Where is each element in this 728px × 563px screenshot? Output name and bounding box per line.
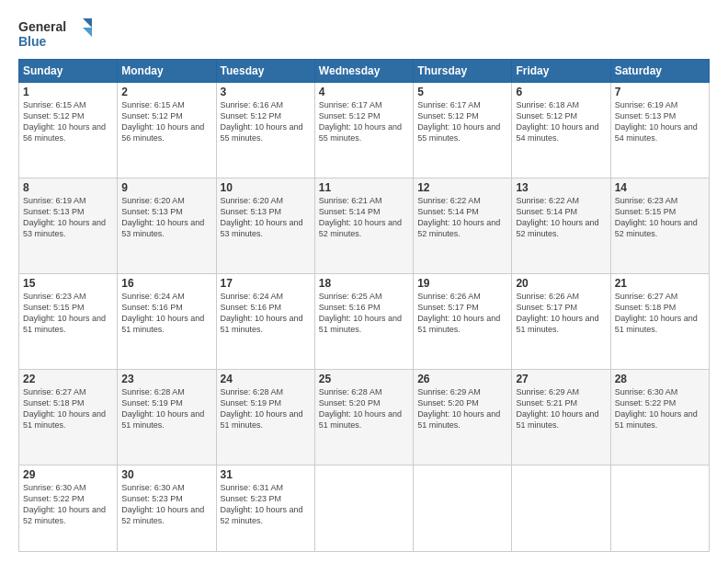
day-info: Sunrise: 6:22 AMSunset: 5:14 PMDaylight:… — [417, 196, 500, 238]
day-info: Sunrise: 6:27 AMSunset: 5:18 PMDaylight:… — [23, 387, 106, 430]
week-row-4: 22 Sunrise: 6:27 AMSunset: 5:18 PMDaylig… — [19, 369, 710, 465]
page: General Blue SundayMondayTuesdayWednesda… — [0, 0, 728, 563]
day-info: Sunrise: 6:27 AMSunset: 5:18 PMDaylight:… — [615, 292, 698, 334]
day-number: 15 — [23, 277, 113, 290]
calendar-cell: 1 Sunrise: 6:15 AMSunset: 5:12 PMDayligh… — [19, 83, 118, 178]
calendar-cell: 23 Sunrise: 6:28 AMSunset: 5:19 PMDaylig… — [118, 369, 216, 465]
week-row-3: 15 Sunrise: 6:23 AMSunset: 5:15 PMDaylig… — [19, 273, 710, 369]
day-number: 1 — [23, 86, 113, 98]
day-number: 10 — [221, 181, 311, 194]
day-number: 4 — [319, 86, 409, 98]
day-info: Sunrise: 6:18 AMSunset: 5:12 PMDaylight:… — [516, 100, 598, 143]
day-info: Sunrise: 6:29 AMSunset: 5:20 PMDaylight:… — [417, 387, 500, 430]
day-number: 26 — [417, 373, 507, 385]
day-number: 13 — [516, 181, 606, 194]
header-sunday: Sunday — [19, 60, 118, 83]
calendar-cell: 9 Sunrise: 6:20 AMSunset: 5:13 PMDayligh… — [118, 178, 216, 273]
day-number: 31 — [221, 468, 311, 481]
day-number: 9 — [121, 181, 211, 194]
day-info: Sunrise: 6:15 AMSunset: 5:12 PMDaylight:… — [23, 100, 106, 143]
week-row-2: 8 Sunrise: 6:19 AMSunset: 5:13 PMDayligh… — [19, 178, 710, 273]
day-info: Sunrise: 6:25 AMSunset: 5:16 PMDaylight:… — [319, 292, 402, 334]
calendar-cell: 6 Sunrise: 6:18 AMSunset: 5:12 PMDayligh… — [512, 83, 610, 178]
day-info: Sunrise: 6:30 AMSunset: 5:22 PMDaylight:… — [23, 483, 106, 525]
day-info: Sunrise: 6:24 AMSunset: 5:16 PMDaylight:… — [221, 292, 303, 334]
calendar-cell: 30 Sunrise: 6:30 AMSunset: 5:23 PMDaylig… — [118, 465, 216, 551]
calendar-cell: 17 Sunrise: 6:24 AMSunset: 5:16 PMDaylig… — [216, 273, 314, 369]
svg-marker-3 — [83, 28, 92, 37]
day-number: 22 — [23, 373, 113, 385]
day-number: 14 — [615, 181, 705, 194]
calendar-cell — [414, 465, 512, 551]
calendar-cell: 21 Sunrise: 6:27 AMSunset: 5:18 PMDaylig… — [610, 273, 709, 369]
svg-text:Blue: Blue — [18, 34, 47, 49]
calendar-cell: 19 Sunrise: 6:26 AMSunset: 5:17 PMDaylig… — [414, 273, 512, 369]
day-info: Sunrise: 6:21 AMSunset: 5:14 PMDaylight:… — [319, 196, 402, 238]
calendar-cell: 16 Sunrise: 6:24 AMSunset: 5:16 PMDaylig… — [118, 273, 216, 369]
day-number: 25 — [319, 373, 409, 385]
day-info: Sunrise: 6:19 AMSunset: 5:13 PMDaylight:… — [23, 196, 106, 238]
day-number: 3 — [221, 86, 311, 98]
svg-marker-2 — [83, 18, 92, 28]
calendar-cell: 3 Sunrise: 6:16 AMSunset: 5:12 PMDayligh… — [216, 83, 314, 178]
header-friday: Friday — [512, 60, 610, 83]
calendar-cell — [512, 465, 610, 551]
calendar-cell — [610, 465, 709, 551]
calendar-cell — [314, 465, 413, 551]
calendar-cell: 28 Sunrise: 6:30 AMSunset: 5:22 PMDaylig… — [610, 369, 709, 465]
header-saturday: Saturday — [610, 60, 709, 83]
day-info: Sunrise: 6:24 AMSunset: 5:16 PMDaylight:… — [121, 292, 204, 334]
day-number: 8 — [23, 181, 113, 194]
calendar-table: SundayMondayTuesdayWednesdayThursdayFrid… — [18, 59, 710, 552]
day-info: Sunrise: 6:19 AMSunset: 5:13 PMDaylight:… — [615, 100, 698, 143]
day-info: Sunrise: 6:30 AMSunset: 5:22 PMDaylight:… — [615, 387, 698, 430]
day-number: 5 — [417, 86, 507, 98]
header-wednesday: Wednesday — [314, 60, 413, 83]
header-tuesday: Tuesday — [216, 60, 314, 83]
header-monday: Monday — [118, 60, 216, 83]
day-info: Sunrise: 6:16 AMSunset: 5:12 PMDaylight:… — [221, 100, 303, 143]
calendar-header-row: SundayMondayTuesdayWednesdayThursdayFrid… — [19, 60, 710, 83]
week-row-5: 29 Sunrise: 6:30 AMSunset: 5:22 PMDaylig… — [19, 465, 710, 551]
logo: General Blue — [18, 15, 92, 52]
day-number: 6 — [516, 86, 606, 98]
calendar-cell: 26 Sunrise: 6:29 AMSunset: 5:20 PMDaylig… — [414, 369, 512, 465]
day-number: 18 — [319, 277, 409, 290]
calendar-cell: 14 Sunrise: 6:23 AMSunset: 5:15 PMDaylig… — [610, 178, 709, 273]
logo-svg: General Blue — [18, 15, 92, 52]
day-info: Sunrise: 6:26 AMSunset: 5:17 PMDaylight:… — [516, 292, 598, 334]
day-number: 23 — [121, 373, 211, 385]
day-info: Sunrise: 6:28 AMSunset: 5:20 PMDaylight:… — [319, 387, 402, 430]
day-info: Sunrise: 6:28 AMSunset: 5:19 PMDaylight:… — [221, 387, 303, 430]
calendar-cell: 25 Sunrise: 6:28 AMSunset: 5:20 PMDaylig… — [314, 369, 413, 465]
day-info: Sunrise: 6:28 AMSunset: 5:19 PMDaylight:… — [121, 387, 204, 430]
day-number: 29 — [23, 468, 113, 481]
day-info: Sunrise: 6:29 AMSunset: 5:21 PMDaylight:… — [516, 387, 598, 430]
day-number: 7 — [615, 86, 705, 98]
header-thursday: Thursday — [414, 60, 512, 83]
day-info: Sunrise: 6:17 AMSunset: 5:12 PMDaylight:… — [319, 100, 402, 143]
day-info: Sunrise: 6:17 AMSunset: 5:12 PMDaylight:… — [417, 100, 500, 143]
calendar-cell: 7 Sunrise: 6:19 AMSunset: 5:13 PMDayligh… — [610, 83, 709, 178]
day-info: Sunrise: 6:15 AMSunset: 5:12 PMDaylight:… — [121, 100, 204, 143]
day-number: 17 — [221, 277, 311, 290]
day-number: 20 — [516, 277, 606, 290]
calendar-cell: 18 Sunrise: 6:25 AMSunset: 5:16 PMDaylig… — [314, 273, 413, 369]
day-number: 30 — [121, 468, 211, 481]
day-number: 24 — [221, 373, 311, 385]
header: General Blue — [18, 15, 710, 52]
calendar-cell: 12 Sunrise: 6:22 AMSunset: 5:14 PMDaylig… — [414, 178, 512, 273]
calendar-cell: 11 Sunrise: 6:21 AMSunset: 5:14 PMDaylig… — [314, 178, 413, 273]
calendar-cell: 10 Sunrise: 6:20 AMSunset: 5:13 PMDaylig… — [216, 178, 314, 273]
day-info: Sunrise: 6:31 AMSunset: 5:23 PMDaylight:… — [221, 483, 303, 525]
day-number: 16 — [121, 277, 211, 290]
calendar-cell: 22 Sunrise: 6:27 AMSunset: 5:18 PMDaylig… — [19, 369, 118, 465]
day-number: 27 — [516, 373, 606, 385]
calendar-cell: 5 Sunrise: 6:17 AMSunset: 5:12 PMDayligh… — [414, 83, 512, 178]
day-number: 28 — [615, 373, 705, 385]
day-number: 21 — [615, 277, 705, 290]
day-info: Sunrise: 6:22 AMSunset: 5:14 PMDaylight:… — [516, 196, 598, 238]
day-info: Sunrise: 6:30 AMSunset: 5:23 PMDaylight:… — [121, 483, 204, 525]
calendar-cell: 20 Sunrise: 6:26 AMSunset: 5:17 PMDaylig… — [512, 273, 610, 369]
day-number: 2 — [121, 86, 211, 98]
